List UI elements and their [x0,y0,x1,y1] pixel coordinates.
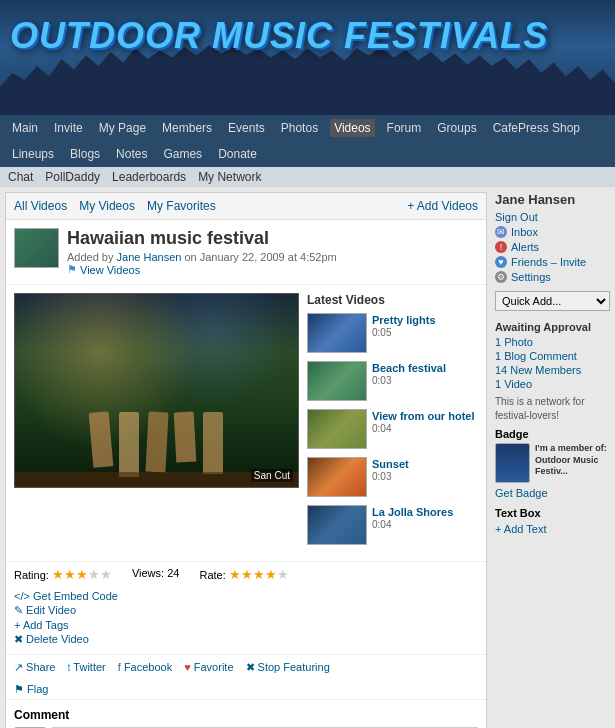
video-title: Hawaiian music festival [67,228,337,249]
quick-add-select[interactable]: Quick Add... [495,291,610,311]
nav-main[interactable]: Main [8,119,42,137]
lv-thumb-3 [307,409,367,449]
nav-cafepress[interactable]: CafePress Shop [489,119,584,137]
list-item: View from our hotel 0:04 [307,409,478,449]
site-title: OUTDOOR MUSIC FESTIVALS [10,15,548,57]
badge-text: I'm a member of: Outdoor Music Festiv... [535,443,610,478]
share-icon: ↗ [14,661,23,673]
nav-my-page[interactable]: My Page [95,119,150,137]
nav-polldaddy[interactable]: PollDaddy [45,170,100,184]
lv-duration-2: 0:03 [372,375,446,386]
lv-info-2: Beach festival 0:03 [372,361,446,386]
video-player[interactable]: San Cut [14,293,299,488]
embed-icon: </> [14,590,30,602]
video-stage [15,294,298,487]
add-icon: + [14,619,20,631]
settings-link[interactable]: ⚙ Settings [495,271,610,283]
tab-my-favorites[interactable]: My Favorites [147,199,216,213]
rate-area: Rate: ★★★★★ [199,567,288,582]
nav-videos[interactable]: Videos [330,119,374,137]
awaiting-members[interactable]: 14 New Members [495,364,610,376]
heart-icon: ♥ [184,661,191,673]
flag2-icon: ⚑ [14,683,24,695]
alerts-link[interactable]: ! Alerts [495,241,610,253]
add-videos-link[interactable]: Add Videos [407,199,478,213]
video-actions: </> Get Embed Code ✎ Edit Video + Add Ta… [6,587,486,654]
nav-chat[interactable]: Chat [8,170,33,184]
lv-title-4[interactable]: Sunset [372,458,409,470]
flag-icon: ⚑ [67,263,77,276]
nav-my-network[interactable]: My Network [198,170,261,184]
nav-leaderboards[interactable]: Leaderboards [112,170,186,184]
video-date: on January 22, 2009 at 4:52pm [184,251,336,263]
view-videos-link[interactable]: ⚑ View Videos [67,263,337,276]
lv-info-4: Sunset 0:03 [372,457,409,482]
edit-video-link[interactable]: ✎ Edit Video [14,604,478,617]
badge-title: Badge [495,428,610,440]
nav-notes[interactable]: Notes [112,145,151,163]
right-sidebar: Jane Hansen Sign Out ✉ Inbox ! Alerts ♥ … [495,192,610,728]
twitter-link[interactable]: t Twitter [67,661,105,674]
nav-events[interactable]: Events [224,119,269,137]
rating-label: Rating: [14,569,49,581]
nav-donate[interactable]: Donate [214,145,261,163]
facebook-icon: f [118,661,121,673]
nav-photos[interactable]: Photos [277,119,322,137]
list-item: Sunset 0:03 [307,457,478,497]
main-content: All Videos My Videos My Favorites Add Vi… [5,192,487,728]
rating-stars[interactable]: ★★★ [52,567,88,582]
lv-duration-5: 0:04 [372,519,453,530]
add-text-link[interactable]: + Add Text [495,523,546,535]
content-wrapper: All Videos My Videos My Favorites Add Vi… [0,187,615,728]
nav-games[interactable]: Games [159,145,206,163]
share-row: ↗ Share t Twitter f Facebook ♥ Favorite … [6,654,486,680]
views-label: Views: [132,567,164,579]
tab-all-videos[interactable]: All Videos [14,199,67,213]
lv-duration-1: 0:05 [372,327,436,338]
lv-title-2[interactable]: Beach festival [372,362,446,374]
lv-title-1[interactable]: Pretty lights [372,314,436,326]
facebook-link[interactable]: f Facebook [118,661,172,674]
latest-videos-title: Latest Videos [307,293,478,307]
awaiting-video[interactable]: 1 Video [495,378,610,390]
video-thumbnail-small [14,228,59,268]
favorite-link[interactable]: ♥ Favorite [184,661,233,674]
lv-thumb-2 [307,361,367,401]
stop-featuring-link[interactable]: ✖ Stop Featuring [246,661,330,674]
added-by-label: Added by [67,251,113,263]
nav-members[interactable]: Members [158,119,216,137]
get-embed-code-link[interactable]: </> Get Embed Code [14,590,478,602]
nav-lineups[interactable]: Lineups [8,145,58,163]
nav-invite[interactable]: Invite [50,119,87,137]
inbox-icon: ✉ [495,226,507,238]
rating-stars-empty: ★★ [88,567,112,582]
list-item: La Jolla Shores 0:04 [307,505,478,545]
alerts-icon: ! [495,241,507,253]
sign-out-link[interactable]: Sign Out [495,211,610,223]
friends-link[interactable]: ♥ Friends – Invite [495,256,610,268]
lv-thumb-5 [307,505,367,545]
awaiting-blog[interactable]: 1 Blog Comment [495,350,610,362]
video-tabs: All Videos My Videos My Favorites Add Vi… [6,193,486,220]
share-link[interactable]: ↗ Share [14,661,55,674]
twitter-icon: t [67,661,70,673]
rate-stars[interactable]: ★★★★ [229,567,277,582]
primary-nav: Main Invite My Page Members Events Photo… [0,115,615,167]
video-author-link[interactable]: Jane Hansen [117,251,182,263]
san-cut-label: San Cut [251,469,293,482]
lv-title-5[interactable]: La Jolla Shores [372,506,453,518]
flag-link[interactable]: ⚑ Flag [14,683,48,695]
nav-blogs[interactable]: Blogs [66,145,104,163]
tab-my-videos[interactable]: My Videos [79,199,135,213]
nav-groups[interactable]: Groups [433,119,480,137]
awaiting-photo[interactable]: 1 Photo [495,336,610,348]
add-tags-link[interactable]: + Add Tags [14,619,478,631]
get-badge-link[interactable]: Get Badge [495,487,610,499]
nav-forum[interactable]: Forum [383,119,426,137]
badge-area: I'm a member of: Outdoor Music Festiv... [495,443,610,483]
latest-videos-panel: Latest Videos Pretty lights 0:05 Beach f… [307,293,478,553]
inbox-link[interactable]: ✉ Inbox [495,226,610,238]
delete-video-link[interactable]: ✖ Delete Video [14,633,478,646]
lv-title-3[interactable]: View from our hotel [372,410,474,422]
awaiting-title: Awaiting Approval [495,321,610,333]
